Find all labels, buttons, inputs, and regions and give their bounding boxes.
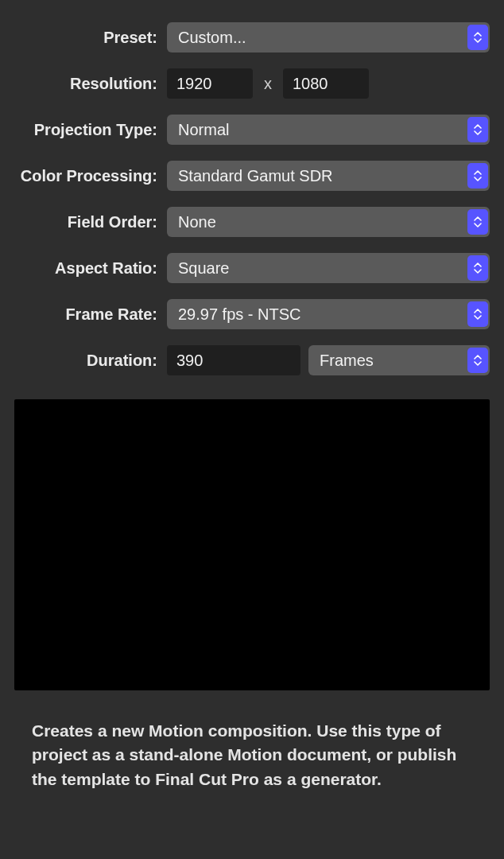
duration-field[interactable]: 390 — [167, 345, 300, 375]
frame-rate-popup[interactable]: 29.97 fps - NTSC — [167, 299, 490, 329]
resolution-label: Resolution: — [14, 75, 167, 93]
duration-label: Duration: — [14, 352, 167, 370]
duration-unit-value: Frames — [320, 352, 374, 370]
field-order-row: Field Order: None — [14, 207, 490, 237]
popup-arrows-icon — [467, 209, 488, 235]
color-processing-row: Color Processing: Standard Gamut SDR — [14, 161, 490, 191]
projection-row: Projection Type: Normal — [14, 115, 490, 145]
popup-arrows-icon — [467, 163, 488, 189]
duration-row: Duration: 390 Frames — [14, 345, 490, 375]
color-processing-value: Standard Gamut SDR — [178, 167, 333, 185]
aspect-ratio-popup[interactable]: Square — [167, 253, 490, 283]
duration-unit-popup[interactable]: Frames — [308, 345, 490, 375]
field-order-value: None — [178, 213, 216, 231]
frame-rate-row: Frame Rate: 29.97 fps - NTSC — [14, 299, 490, 329]
popup-arrows-icon — [467, 348, 488, 373]
resolution-separator: x — [261, 75, 275, 93]
field-order-label: Field Order: — [14, 213, 167, 231]
resolution-width-field[interactable]: 1920 — [167, 68, 253, 99]
preset-value: Custom... — [178, 29, 246, 47]
aspect-ratio-row: Aspect Ratio: Square — [14, 253, 490, 283]
color-processing-label: Color Processing: — [14, 167, 167, 185]
preset-popup[interactable]: Custom... — [167, 22, 490, 52]
project-description: Creates a new Motion composition. Use th… — [32, 719, 472, 791]
color-processing-popup[interactable]: Standard Gamut SDR — [167, 161, 490, 191]
popup-arrows-icon — [467, 117, 488, 142]
popup-arrows-icon — [467, 25, 488, 50]
popup-arrows-icon — [467, 255, 488, 281]
aspect-ratio-label: Aspect Ratio: — [14, 259, 167, 278]
resolution-row: Resolution: 1920 x 1080 — [14, 68, 490, 99]
resolution-height-field[interactable]: 1080 — [283, 68, 369, 99]
preview-canvas — [14, 399, 490, 690]
projection-value: Normal — [178, 121, 229, 139]
preset-row: Preset: Custom... — [14, 22, 490, 52]
aspect-ratio-value: Square — [178, 259, 230, 278]
projection-label: Projection Type: — [14, 121, 167, 139]
preset-label: Preset: — [14, 29, 167, 47]
popup-arrows-icon — [467, 301, 488, 327]
field-order-popup[interactable]: None — [167, 207, 490, 237]
projection-popup[interactable]: Normal — [167, 115, 490, 145]
frame-rate-label: Frame Rate: — [14, 305, 167, 324]
project-settings-panel: Preset: Custom... Resolution: 1920 x 108… — [0, 0, 504, 375]
frame-rate-value: 29.97 fps - NTSC — [178, 305, 301, 324]
